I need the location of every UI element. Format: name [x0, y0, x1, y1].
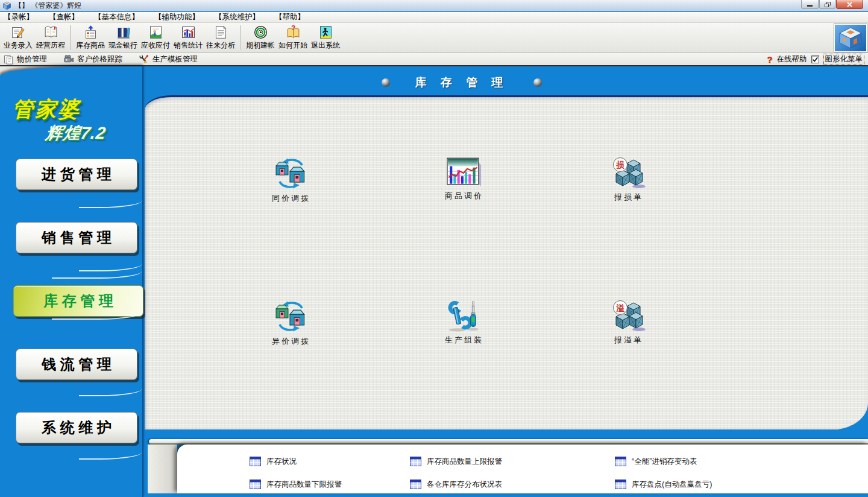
- icon-label: 商品调价: [410, 191, 518, 201]
- link-label: 库存状况: [266, 457, 297, 467]
- page-header-group: 库 存 管 理: [382, 75, 542, 90]
- menu-record[interactable]: 【录帐】: [4, 12, 34, 22]
- icon-label: 报损单: [574, 192, 683, 203]
- svg-text:?: ?: [291, 25, 295, 31]
- toolbar-label: 经营历程: [36, 40, 65, 51]
- link-stock-lower-limit-alarm[interactable]: 库存商品数量下限报警: [250, 475, 342, 493]
- icon-label: 同价调拨: [237, 193, 345, 204]
- subtoolbar-label: 客户价格跟踪: [77, 54, 122, 65]
- toolbar-exit-system[interactable]: 退出系统: [309, 23, 342, 52]
- subtoolbar-price-management[interactable]: 物价管理: [4, 54, 47, 65]
- toolbar-label: 业务录入: [4, 40, 33, 51]
- icon-diff-price-transfer[interactable]: 异价调拨: [237, 300, 345, 347]
- link-warehouse-distribution-table[interactable]: 各仓库库存分布状况表: [410, 475, 502, 493]
- tools-icon: [139, 54, 149, 65]
- workspace: 库 存 管 理: [0, 66, 868, 497]
- menu-help[interactable]: 【帮助】: [275, 12, 305, 22]
- sidebar-item-purchase-management[interactable]: 进 货 管 理: [16, 159, 137, 190]
- menu-basic-info[interactable]: 【基本信息】: [94, 12, 139, 22]
- icon-same-price-transfer[interactable]: 同价调拨: [237, 157, 345, 204]
- brand-cube-panel[interactable]: [834, 24, 867, 52]
- toolbar-business-history[interactable]: 经营历程: [34, 23, 67, 52]
- report-links-column-1: 库存状况 库存商品数量下限报警: [250, 452, 342, 497]
- exit-icon: [318, 25, 333, 40]
- link-inventory-count[interactable]: 库存盘点(自动盘赢盘亏): [615, 475, 712, 493]
- help-book-icon: ?: [286, 25, 301, 40]
- overflow-boxes-icon: 溢: [611, 300, 647, 332]
- graphical-menu-label[interactable]: 图形化菜单: [823, 54, 865, 65]
- online-help-icon: ?: [767, 54, 772, 65]
- loss-boxes-icon: 损: [611, 157, 647, 189]
- report-links-panel: 库存状况 库存商品数量下限报警: [177, 445, 868, 493]
- toolbar-receivables-payables[interactable]: 应收应付: [139, 23, 172, 52]
- toolbar-label: 退出系统: [311, 40, 340, 51]
- subtoolbar-customer-price-tracking[interactable]: 客户价格跟踪: [64, 54, 122, 65]
- sidebar-divider-curve: [79, 387, 142, 396]
- toolbar-contacts-analysis[interactable]: 往来分析: [204, 23, 237, 52]
- icon-label: 生产组装: [410, 335, 518, 346]
- report-links-column-3: “全能”进销存变动表 库存盘点(自动盘赢盘亏): [615, 452, 712, 497]
- toolbar-label: 现金银行: [108, 40, 137, 51]
- icon-overflow-report[interactable]: 溢 报溢单: [574, 300, 683, 346]
- table-icon: [410, 480, 421, 489]
- sidebar-item-cash-flow-management[interactable]: 钱 流 管 理: [16, 349, 137, 380]
- svg-text:溢: 溢: [615, 303, 624, 312]
- assembly-tools-icon: [447, 300, 481, 332]
- toolbar-separator: [240, 25, 241, 50]
- toolbar-inventory-goods[interactable]: 库存商品: [74, 23, 107, 52]
- icon-goods-price-adjust[interactable]: 商品调价: [410, 157, 518, 201]
- menu-query[interactable]: 【查帐】: [49, 12, 79, 22]
- secondary-toolbar: 物价管理 客户价格跟踪 生产模板管理 ? 在线帮助: [0, 53, 868, 66]
- menu-aux-functions[interactable]: 【辅助功能】: [154, 12, 200, 22]
- online-help-link[interactable]: 在线帮助: [777, 54, 807, 65]
- toolbar-initial-account-setup[interactable]: 期初建帐: [244, 23, 277, 52]
- sidebar-divider-curve: [52, 270, 142, 279]
- svg-text:损: 损: [615, 160, 624, 169]
- toolbar-label: 如何开始: [278, 40, 307, 51]
- camera-icon: [64, 54, 74, 65]
- toolbar-label: 往来分析: [206, 40, 235, 51]
- sidebar-item-system-maintenance[interactable]: 系 统 维 护: [16, 412, 137, 443]
- bottom-gutter: [148, 445, 177, 493]
- report-links-column-2: 库存商品数量上限报警 各仓库库存分布状况表: [410, 452, 502, 497]
- icon-label: 异价调拨: [237, 336, 345, 347]
- restore-button[interactable]: [819, 0, 835, 9]
- title-bar: 【】 《管家婆》辉煌: [0, 0, 868, 11]
- toolbar-label: 库存商品: [76, 40, 105, 51]
- sidebar-divider-curve: [79, 199, 142, 208]
- minimize-icon: [807, 5, 813, 7]
- sidebar: 管家婆 辉煌7.2 进 货 管 理 销 售 管 理 库 存 管 理 钱 流 管 …: [0, 66, 143, 497]
- link-label: “全能”进销存变动表: [632, 457, 697, 467]
- content-area: 同价调拨: [145, 95, 868, 429]
- toolbar-business-entry[interactable]: 业务录入: [2, 23, 34, 52]
- link-inventory-status[interactable]: 库存状况: [250, 452, 342, 470]
- subtoolbar-label: 物价管理: [17, 54, 47, 65]
- icon-production-assembly[interactable]: 生产组装: [410, 300, 518, 346]
- subtoolbar-production-template-management[interactable]: 生产模板管理: [139, 54, 198, 65]
- app-window: 【】 《管家婆》辉煌 【录帐】 【查帐】 【基本信息】 【辅助功能】 【系统维护…: [0, 0, 868, 497]
- toolbar-label: 应收应付: [141, 40, 170, 51]
- toolbar-label: 销售统计: [174, 40, 203, 51]
- close-icon: [847, 2, 852, 7]
- window-title: 【】 《管家婆》辉煌: [14, 1, 81, 11]
- toolbar-sales-statistics[interactable]: 销售统计: [172, 23, 204, 52]
- minimize-button[interactable]: [801, 0, 819, 9]
- menu-system-maintenance[interactable]: 【系统维护】: [215, 12, 260, 22]
- sphere-icon: [382, 78, 390, 87]
- price-docs-icon: [4, 54, 14, 65]
- link-almighty-change-table[interactable]: “全能”进销存变动表: [615, 452, 712, 470]
- sidebar-divider-curve: [79, 451, 142, 460]
- menu-bar: 【录帐】 【查帐】 【基本信息】 【辅助功能】 【系统维护】 【帮助】: [0, 12, 868, 23]
- sidebar-item-sales-management[interactable]: 销 售 管 理: [16, 222, 137, 253]
- icon-loss-report[interactable]: 损 报损单: [574, 157, 683, 203]
- graphical-menu-checkbox[interactable]: [811, 55, 819, 63]
- restore-icon: [825, 2, 831, 7]
- diff-price-transfer-icon: [272, 300, 310, 333]
- main-toolbar: 业务录入 经营历程 库存商品: [0, 23, 868, 53]
- toolbar-cash-bank[interactable]: 现金银行: [107, 23, 139, 52]
- sphere-icon: [533, 78, 542, 87]
- link-stock-upper-limit-alarm[interactable]: 库存商品数量上限报警: [410, 452, 502, 470]
- toolbar-how-to-start[interactable]: ? 如何开始: [277, 23, 309, 52]
- link-label: 库存商品数量上限报警: [427, 457, 502, 467]
- close-button[interactable]: [836, 0, 863, 9]
